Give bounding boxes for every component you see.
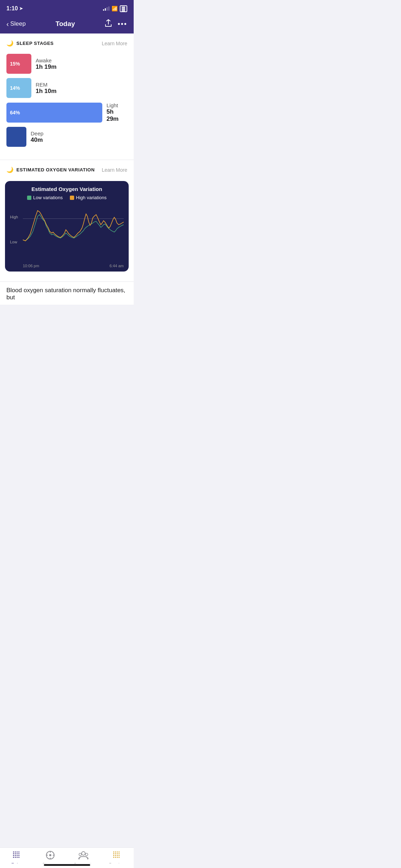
awake-duration: 1h 19m (36, 63, 57, 71)
light-duration: 5h 29m (107, 108, 127, 123)
wifi-icon: 📶 (112, 6, 118, 11)
stage-deep: Deep 40m (6, 127, 127, 147)
awake-info: Awake 1h 19m (36, 57, 57, 71)
sleep-stages-learn-more[interactable]: Learn More (102, 41, 127, 46)
rem-name: REM (36, 82, 57, 88)
stage-awake: 15% Awake 1h 19m (6, 54, 127, 74)
light-percent: 64% (10, 110, 20, 115)
deep-bar (6, 127, 26, 147)
deep-name: Deep (31, 130, 43, 136)
signal-icon (103, 6, 109, 11)
legend-high-label: High variations (76, 195, 107, 200)
clock-display: 1:10 (6, 5, 18, 12)
awake-name: Awake (36, 57, 57, 63)
rem-bar: 14% (6, 78, 31, 98)
deep-duration: 40m (31, 136, 43, 144)
chevron-left-icon: ‹ (6, 20, 9, 28)
page-title: Today (56, 20, 75, 28)
chart-legend: Low variations High variations (10, 195, 124, 200)
sleep-stages-header: 🌙 SLEEP STAGES Learn More (0, 33, 134, 50)
legend-low: Low variations (27, 195, 63, 200)
chart-y-labels: High Low (10, 205, 18, 254)
legend-low-dot (27, 196, 31, 200)
sleep-stages-title: SLEEP STAGES (16, 41, 54, 46)
moon-icon-2: 🌙 (6, 166, 14, 173)
rem-info: REM 1h 10m (36, 82, 57, 95)
y-label-low: Low (10, 240, 18, 244)
bottom-description: Blood oxygen saturation normally fluctua… (0, 281, 134, 305)
stage-rem: 14% REM 1h 10m (6, 78, 127, 98)
share-icon[interactable] (105, 19, 112, 29)
light-bar: 64% (6, 103, 102, 123)
moon-icon: 🌙 (6, 40, 14, 47)
legend-high-dot (70, 196, 74, 200)
more-icon[interactable]: ••• (118, 20, 127, 28)
rem-percent: 14% (10, 85, 20, 91)
chart-time-labels: 10:06 pm 6:44 am (10, 264, 124, 268)
y-label-high: High (10, 215, 18, 219)
back-label: Sleep (10, 20, 26, 27)
oxygen-learn-more[interactable]: Learn More (102, 167, 127, 173)
stage-light: 64% Light 5h 29m (6, 102, 127, 123)
oxygen-title: ESTIMATED OXYGEN VARIATION (16, 167, 95, 172)
legend-low-label: Low variations (33, 195, 63, 200)
back-button[interactable]: ‹ Sleep (6, 20, 26, 28)
light-name: Light (107, 102, 127, 108)
awake-bar: 15% (6, 54, 31, 74)
main-content: 🌙 SLEEP STAGES Learn More 15% Awake 1h 1… (0, 33, 134, 305)
nav-actions: ••• (105, 19, 127, 29)
legend-high: High variations (70, 195, 107, 200)
chart-time-end: 6:44 am (109, 264, 124, 268)
oxygen-section: 🌙 ESTIMATED OXYGEN VARIATION Learn More … (0, 160, 134, 281)
chart-svg (23, 205, 124, 252)
status-time: 1:10 ➤ (6, 5, 23, 12)
bottom-text-content: Blood oxygen saturation normally fluctua… (6, 287, 125, 301)
light-info: Light 5h 29m (107, 102, 127, 123)
location-icon: ➤ (19, 6, 23, 11)
chart-area: High Low (10, 205, 124, 262)
battery-icon: ▓ (120, 5, 127, 12)
oxygen-chart: Estimated Oxygen Variation Low variation… (5, 181, 129, 272)
status-bar: 1:10 ➤ 📶 ▓ (0, 0, 134, 16)
status-icons: 📶 ▓ (103, 5, 127, 12)
deep-info: Deep 40m (31, 130, 43, 144)
sleep-stages-list: 15% Awake 1h 19m 14% REM 1h 10m 64% Ligh… (0, 50, 134, 160)
oxygen-header: 🌙 ESTIMATED OXYGEN VARIATION Learn More (0, 160, 134, 177)
rem-duration: 1h 10m (36, 88, 57, 95)
nav-bar: ‹ Sleep Today ••• (0, 16, 134, 33)
awake-percent: 15% (10, 61, 20, 67)
chart-time-start: 10:06 pm (23, 264, 39, 268)
chart-title: Estimated Oxygen Variation (10, 186, 124, 192)
